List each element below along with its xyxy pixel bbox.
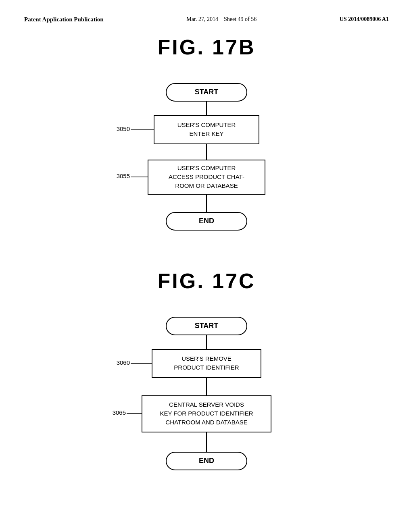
svg-text:3065: 3065 — [113, 409, 126, 416]
date-sheet: Mar. 27, 2014 Sheet 49 of 56 — [186, 16, 257, 23]
svg-rect-21 — [152, 349, 261, 378]
svg-text:3050: 3050 — [117, 125, 130, 132]
page: Patent Application Publication Mar. 27, … — [0, 0, 413, 532]
sheet-info: Sheet 49 of 56 — [224, 16, 257, 22]
svg-text:ENTER  KEY: ENTER KEY — [189, 130, 223, 137]
svg-text:END: END — [199, 457, 214, 465]
pub-date: Mar. 27, 2014 — [186, 16, 218, 22]
svg-text:USER'S COMPUTER: USER'S COMPUTER — [177, 121, 236, 128]
svg-text:ACCESS PRODUCT CHAT-: ACCESS PRODUCT CHAT- — [169, 173, 244, 180]
figure-17b-title: FIG. 17B — [158, 35, 256, 59]
svg-text:START: START — [195, 322, 219, 330]
svg-text:PRODUCT IDENTIFIER: PRODUCT IDENTIFIER — [174, 364, 239, 371]
svg-text:KEY FOR PRODUCT IDENTIFIER: KEY FOR PRODUCT IDENTIFIER — [160, 410, 253, 417]
svg-text:CENTRAL SERVER VOIDS: CENTRAL SERVER VOIDS — [169, 401, 244, 408]
figure-17b: FIG. 17B START USER'S COMPUTER ENTER KEY… — [24, 35, 389, 245]
svg-text:ROOM OR DATABASE: ROOM OR DATABASE — [175, 182, 238, 189]
svg-text:START: START — [195, 88, 219, 96]
flowchart-17c: START USER'S REMOVE PRODUCT IDENTIFIER 3… — [90, 309, 323, 503]
svg-text:3060: 3060 — [117, 359, 130, 366]
svg-text:3055: 3055 — [117, 172, 130, 179]
patent-number: US 2014/0089006 A1 — [340, 16, 389, 23]
svg-rect-3 — [154, 116, 259, 144]
svg-text:CHATROOM AND DATABASE: CHATROOM AND DATABASE — [165, 419, 247, 426]
flowchart-17b: START USER'S COMPUTER ENTER KEY 3050 USE… — [90, 75, 323, 245]
svg-text:USER'S REMOVE: USER'S REMOVE — [181, 355, 232, 362]
figure-17c-title: FIG. 17C — [158, 269, 256, 293]
svg-text:USER'S COMPUTER: USER'S COMPUTER — [177, 164, 236, 171]
figure-17c: FIG. 17C START USER'S REMOVE PRODUCT IDE… — [24, 269, 389, 503]
publication-label: Patent Application Publication — [24, 16, 104, 23]
svg-text:END: END — [199, 217, 214, 225]
page-header: Patent Application Publication Mar. 27, … — [24, 16, 389, 23]
